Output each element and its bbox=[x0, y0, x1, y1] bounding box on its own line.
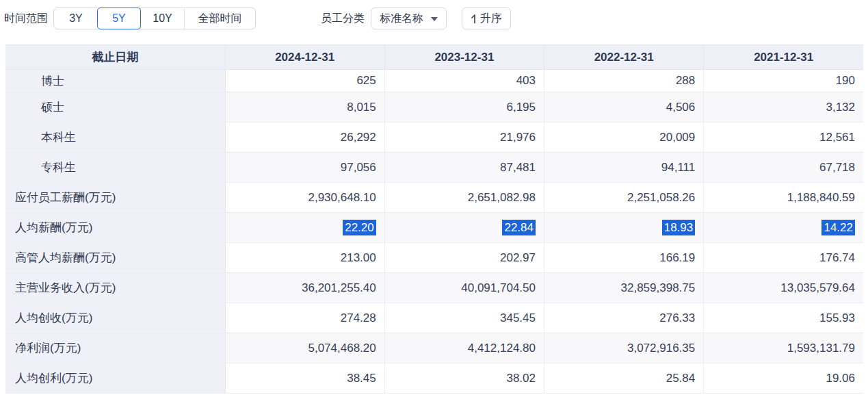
cell-value: 18.93 bbox=[544, 213, 704, 243]
cell-value: 403 bbox=[384, 70, 544, 92]
table-row[interactable]: 本科生26,29221,97620,00912,561 bbox=[5, 123, 863, 153]
cell-value: 97,056 bbox=[225, 153, 384, 183]
column-header-2023[interactable]: 2023-12-31 bbox=[384, 45, 544, 70]
cell-value: 25.84 bbox=[544, 363, 704, 394]
cell-value: 3,072,916.35 bbox=[544, 333, 704, 363]
cell-value: 2,930,648.10 bbox=[225, 183, 384, 213]
row-label: 人均创利(万元) bbox=[5, 363, 225, 394]
cell-value: 22.84 bbox=[384, 213, 544, 243]
cell-value: 8,015 bbox=[225, 92, 384, 123]
time-range-5y-button[interactable]: 5Y bbox=[97, 8, 141, 29]
column-header-end-date[interactable]: 截止日期 bbox=[5, 45, 225, 70]
cell-value: 6,195 bbox=[384, 92, 544, 123]
time-range-label: 时间范围 bbox=[4, 12, 48, 26]
chevron-down-icon bbox=[431, 17, 438, 21]
toolbar: 时间范围 3Y 5Y 10Y 全部时间 员工分类 标准名称 升序 bbox=[0, 0, 868, 30]
table-row[interactable]: 博士625403288190 bbox=[5, 70, 863, 92]
cell-value: 38.02 bbox=[384, 363, 544, 394]
cell-value: 1,593,131.79 bbox=[704, 333, 863, 363]
table-row[interactable]: 高管人均薪酬(万元)213.00202.97166.19176.74 bbox=[5, 243, 863, 273]
row-label: 本科生 bbox=[5, 123, 225, 153]
classification-dropdown-value: 标准名称 bbox=[380, 12, 423, 26]
cell-value: 274.28 bbox=[225, 303, 384, 333]
highlighted-value: 22.84 bbox=[502, 220, 536, 235]
row-label: 人均创收(万元) bbox=[5, 303, 225, 333]
cell-value: 2,251,058.26 bbox=[544, 183, 704, 213]
table-row[interactable]: 应付员工薪酬(万元)2,930,648.102,651,082.982,251,… bbox=[5, 183, 863, 213]
highlighted-value: 14.22 bbox=[821, 220, 855, 235]
table-row[interactable]: 主营业务收入(万元)36,201,255.4040,091,704.5032,8… bbox=[5, 273, 863, 303]
cell-value: 20,009 bbox=[544, 123, 704, 153]
cell-value: 22.20 bbox=[225, 213, 384, 243]
cell-value: 36,201,255.40 bbox=[225, 273, 384, 303]
row-label: 专科生 bbox=[5, 153, 225, 183]
column-header-2022[interactable]: 2022-12-31 bbox=[544, 45, 704, 70]
table-row[interactable]: 人均薪酬(万元)22.2022.8418.9314.22 bbox=[5, 213, 863, 243]
cell-value: 345.45 bbox=[384, 303, 544, 333]
time-range-segmented-control: 3Y 5Y 10Y 全部时间 bbox=[53, 8, 256, 29]
cell-value: 32,859,398.75 bbox=[544, 273, 704, 303]
cell-value: 26,292 bbox=[225, 123, 384, 153]
time-range-10y-button[interactable]: 10Y bbox=[140, 8, 184, 29]
row-label: 硕士 bbox=[5, 92, 225, 123]
highlighted-value: 18.93 bbox=[662, 220, 696, 235]
cell-value: 4,506 bbox=[544, 92, 704, 123]
cell-value: 213.00 bbox=[225, 243, 384, 273]
row-label: 人均薪酬(万元) bbox=[5, 213, 225, 243]
cell-value: 94,111 bbox=[544, 153, 704, 183]
employee-classification-label: 员工分类 bbox=[321, 12, 365, 26]
row-label: 高管人均薪酬(万元) bbox=[5, 243, 225, 273]
time-range-3y-button[interactable]: 3Y bbox=[54, 8, 98, 29]
cell-value: 12,561 bbox=[704, 123, 863, 153]
cell-value: 176.74 bbox=[704, 243, 863, 273]
row-label: 应付员工薪酬(万元) bbox=[5, 183, 225, 213]
table-row[interactable]: 人均创收(万元)274.28345.45276.33155.93 bbox=[5, 303, 863, 333]
cell-value: 4,412,124.80 bbox=[384, 333, 544, 363]
cell-value: 5,074,468.20 bbox=[225, 333, 384, 363]
highlighted-value: 22.20 bbox=[343, 220, 376, 235]
cell-value: 13,035,579.64 bbox=[704, 273, 863, 303]
cell-value: 190 bbox=[704, 70, 863, 92]
cell-value: 166.19 bbox=[544, 243, 704, 273]
table-row[interactable]: 专科生97,05687,48194,11167,718 bbox=[5, 153, 863, 183]
cell-value: 87,481 bbox=[384, 153, 544, 183]
cell-value: 1,188,840.59 bbox=[704, 183, 863, 213]
classification-dropdown[interactable]: 标准名称 bbox=[371, 8, 447, 29]
cell-value: 288 bbox=[544, 70, 704, 92]
cell-value: 625 bbox=[225, 70, 384, 92]
cell-value: 67,718 bbox=[704, 153, 863, 183]
cell-value: 40,091,704.50 bbox=[384, 273, 544, 303]
table-row[interactable]: 人均创利(万元)38.4538.0225.8419.06 bbox=[5, 363, 863, 394]
cell-value: 19.06 bbox=[704, 363, 863, 394]
column-header-2024[interactable]: 2024-12-31 bbox=[225, 45, 384, 70]
cell-value: 2,651,082.98 bbox=[384, 183, 544, 213]
table-row[interactable]: 净利润(万元)5,074,468.204,412,124.803,072,916… bbox=[5, 333, 863, 363]
sort-ascending-button[interactable]: 升序 bbox=[462, 8, 511, 29]
cell-value: 202.97 bbox=[384, 243, 544, 273]
table-row[interactable]: 硕士8,0156,1954,5063,132 bbox=[5, 92, 863, 123]
cell-value: 21,976 bbox=[384, 123, 544, 153]
cell-value: 276.33 bbox=[544, 303, 704, 333]
column-header-2021[interactable]: 2021-12-31 bbox=[704, 45, 863, 70]
cell-value: 3,132 bbox=[704, 92, 863, 123]
cell-value: 38.45 bbox=[225, 363, 384, 394]
table-header-row: 截止日期 2024-12-31 2023-12-31 2022-12-31 20… bbox=[5, 45, 863, 70]
row-label: 博士 bbox=[5, 70, 225, 92]
employee-data-table: 截止日期 2024-12-31 2023-12-31 2022-12-31 20… bbox=[5, 44, 863, 394]
table-body: 博士625403288190硕士8,0156,1954,5063,132本科生2… bbox=[5, 70, 863, 394]
sort-ascending-label: 升序 bbox=[480, 12, 502, 26]
row-label: 净利润(万元) bbox=[5, 333, 225, 363]
cell-value: 155.93 bbox=[704, 303, 863, 333]
arrow-up-icon bbox=[471, 14, 478, 24]
time-range-all-button[interactable]: 全部时间 bbox=[184, 8, 255, 29]
cell-value: 14.22 bbox=[704, 213, 863, 243]
employee-data-table-container: 截止日期 2024-12-31 2023-12-31 2022-12-31 20… bbox=[5, 44, 863, 394]
row-label: 主营业务收入(万元) bbox=[5, 273, 225, 303]
